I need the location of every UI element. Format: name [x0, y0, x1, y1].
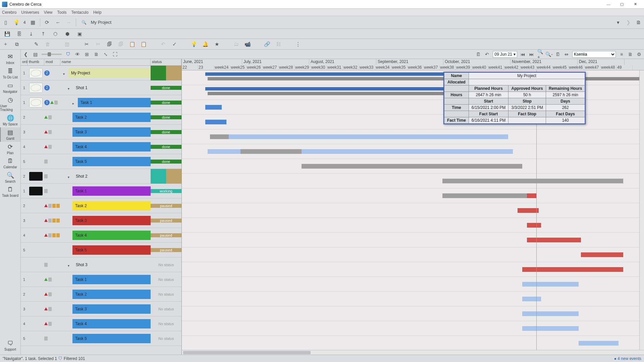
- terminal-icon[interactable]: ▣: [76, 31, 83, 37]
- list-icon[interactable]: ≡: [619, 51, 625, 57]
- tree-toggle-icon[interactable]: [72, 101, 76, 104]
- task-name[interactable]: Task 1: [78, 98, 151, 107]
- minimize-button[interactable]: —: [602, 1, 615, 8]
- gantt-row[interactable]: [182, 188, 644, 203]
- table-row[interactable]: 3 Task 3 done: [21, 125, 181, 139]
- add-icon[interactable]: ＋: [2, 41, 9, 48]
- forward-icon[interactable]: →: [65, 19, 72, 26]
- cut-icon[interactable]: ✂: [83, 41, 90, 48]
- gantt-chart[interactable]: June, 2021July, 2021August, 2021Septembe…: [182, 59, 644, 355]
- col-thumb[interactable]: thumb: [28, 59, 44, 65]
- sidebar-item-user-tracking[interactable]: ◷User Tracking: [0, 95, 20, 113]
- import-icon[interactable]: ⤒: [40, 31, 46, 37]
- gantt-row[interactable]: [182, 144, 644, 159]
- search-box[interactable]: 🔍: [79, 18, 611, 27]
- camera-icon[interactable]: 📹: [244, 41, 251, 48]
- dropdown-icon[interactable]: ▾: [614, 19, 622, 26]
- save-icon[interactable]: 💾: [4, 31, 10, 37]
- table-row[interactable]: 3 Task 3 No status: [21, 302, 181, 316]
- gantt-row[interactable]: [182, 321, 644, 336]
- table-row[interactable]: 4 Task 4 No status: [21, 316, 181, 331]
- gantt-bar[interactable]: [210, 134, 229, 139]
- undo-icon[interactable]: ↶: [160, 41, 166, 48]
- gantt-row[interactable]: [182, 262, 644, 277]
- task-name[interactable]: Task 3: [72, 216, 151, 225]
- gantt-row[interactable]: [182, 336, 644, 351]
- table-row[interactable]: 1 Task 1 No status: [21, 272, 181, 287]
- menu-tentaculo[interactable]: Tentaculo: [71, 10, 89, 15]
- view-icon[interactable]: ▤: [32, 51, 38, 57]
- zoom-out-icon[interactable]: 🔍-: [546, 51, 552, 57]
- gantt-row[interactable]: [182, 218, 644, 233]
- task-name[interactable]: My Project: [68, 68, 151, 78]
- export-icon[interactable]: ⤓: [28, 31, 34, 37]
- task-name[interactable]: Task 2: [72, 113, 151, 122]
- search-input[interactable]: [91, 20, 609, 25]
- add-multi-icon[interactable]: ⧉: [13, 41, 20, 48]
- menu-universes[interactable]: Universes: [21, 10, 39, 15]
- sidebar-item-inbox[interactable]: ✉Inbox: [0, 52, 20, 66]
- gantt-row[interactable]: [182, 203, 644, 218]
- gantt-bar[interactable]: [527, 238, 581, 242]
- table-row[interactable]: 2 Task 2 done: [21, 110, 181, 125]
- hex1-icon[interactable]: ⬡: [52, 31, 58, 37]
- table-row[interactable]: 2 Task 2 paused: [21, 198, 181, 213]
- menu-help[interactable]: Help: [93, 10, 102, 15]
- bulb-icon[interactable]: 💡: [191, 41, 197, 48]
- gear-icon[interactable]: ⚙: [636, 51, 642, 57]
- eye-icon[interactable]: 👁: [74, 51, 80, 57]
- gantt-bar[interactable]: [522, 326, 579, 331]
- gantt-bar[interactable]: [522, 267, 623, 272]
- gantt-bar[interactable]: [579, 341, 619, 346]
- task-name[interactable]: Task 3: [72, 304, 151, 314]
- menu-tools[interactable]: Tools: [57, 10, 67, 15]
- hex2-icon[interactable]: ⬢: [64, 31, 70, 37]
- copy2-icon[interactable]: 🗐: [117, 41, 124, 48]
- gantt-bar[interactable]: [210, 134, 508, 139]
- bell-icon[interactable]: 🔔: [202, 41, 209, 48]
- sidebar-item-search[interactable]: 🔍Search: [0, 170, 20, 185]
- table-icon[interactable]: ⊞: [84, 51, 90, 57]
- next-icon[interactable]: ❯: [625, 19, 632, 26]
- gantt-row[interactable]: [182, 306, 644, 321]
- refresh-icon[interactable]: ⟳: [44, 19, 51, 26]
- more-icon[interactable]: ⋮: [294, 41, 301, 48]
- tree-toggle-icon[interactable]: [68, 263, 71, 266]
- table-row[interactable]: 5 Task 5 No status: [21, 331, 181, 346]
- star-icon[interactable]: ★: [213, 41, 220, 48]
- cal2-icon[interactable]: 🗓: [555, 51, 561, 57]
- edit-icon[interactable]: ✎: [33, 41, 40, 48]
- table-row[interactable]: 5 Task 5 paused: [21, 243, 181, 257]
- gantt-bar[interactable]: [527, 223, 541, 228]
- lightbulb-icon[interactable]: 💡: [13, 19, 20, 26]
- col-ord[interactable]: ord: [21, 59, 28, 65]
- task-name[interactable]: Shot 1: [73, 83, 151, 93]
- gantt-bar[interactable]: [522, 297, 541, 301]
- task-name[interactable]: Task 2: [72, 290, 151, 299]
- sidebar-item-to-do-list[interactable]: ≣To Do List: [0, 66, 20, 80]
- link-icon[interactable]: 🔗: [264, 41, 270, 48]
- task-name[interactable]: Shot 3: [73, 260, 151, 269]
- gantt-bar[interactable]: [442, 179, 623, 183]
- task-name[interactable]: Task 5: [72, 334, 151, 343]
- table-row[interactable]: Shot 3 No status: [21, 257, 181, 272]
- col-mod[interactable]: mod: [44, 59, 60, 65]
- sidebar-item-navigator[interactable]: ▭Navigator: [0, 80, 20, 95]
- paste-icon[interactable]: 📋: [129, 41, 136, 48]
- task-name[interactable]: Task 5: [72, 245, 151, 255]
- zoom-in-icon[interactable]: 🔍+: [537, 51, 543, 57]
- fit-icon[interactable]: ⇔: [564, 51, 570, 57]
- zoom-slider[interactable]: [42, 54, 62, 55]
- gantt-bar[interactable]: [205, 105, 222, 110]
- gantt-row[interactable]: [182, 277, 644, 292]
- task-name[interactable]: Task 1: [72, 186, 151, 196]
- table-row[interactable]: 5 Task 5 done: [21, 154, 181, 169]
- table-row[interactable]: 1 1 Task 1 done: [21, 95, 181, 110]
- grid-icon[interactable]: ▦: [29, 19, 37, 26]
- panel-icon[interactable]: ▯: [2, 19, 9, 26]
- gantt-bar[interactable]: [302, 164, 522, 169]
- task-name[interactable]: Task 5: [72, 157, 151, 166]
- back-icon[interactable]: ←: [54, 19, 62, 26]
- user-selector[interactable]: Kseniia: [572, 51, 616, 58]
- delete-icon[interactable]: 🗑: [44, 41, 51, 48]
